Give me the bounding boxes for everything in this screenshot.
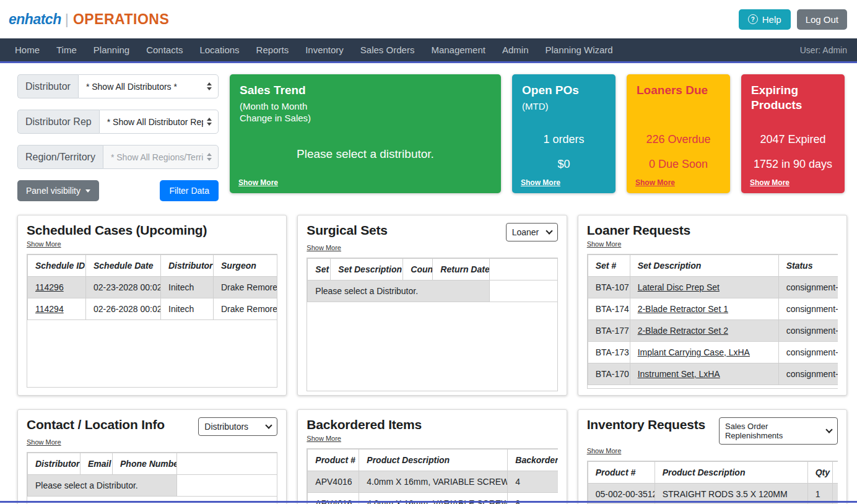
filters-panel: Distributor * Show All Distributors * Di…	[17, 74, 219, 201]
col-schedule-date: Schedule Date	[86, 255, 161, 277]
schedule-date-cell: 02-23-2028 00:02	[86, 277, 161, 298]
distributor-filter-label: Distributor	[17, 74, 78, 98]
nav-item-planning[interactable]: Planning	[94, 45, 129, 55]
backordered-qty-cell: 4	[508, 471, 558, 493]
set-number-cell: BTA-174	[588, 298, 630, 320]
logo-divider: |	[65, 11, 69, 28]
inventory-requests-type-value: Sales Order Replenishments	[725, 422, 820, 440]
panel-visibility-button[interactable]: Panel visibility	[17, 180, 99, 201]
schedule-date-cell: 02-26-2028 00:02	[86, 298, 161, 320]
backordered-items-panel: Backordered Items Show More Product # Pr…	[297, 409, 567, 504]
nav-item-time[interactable]: Time	[56, 45, 77, 55]
nav-item-reports[interactable]: Reports	[256, 45, 289, 55]
distributor-select[interactable]: * Show All Distributors *	[78, 74, 219, 98]
table-header-row: Product # Product Description Qty S	[588, 462, 838, 484]
nav-item-management[interactable]: Management	[431, 45, 485, 55]
nav-item-locations[interactable]: Locations	[199, 45, 239, 55]
col-set-description: Set Description	[630, 255, 778, 277]
status-cell: consignment-pr	[778, 363, 838, 385]
open-pos-orders-count: 1 orders	[512, 133, 616, 146]
col-distributor: Distributor	[161, 255, 214, 277]
product-description-cell: 4.0mm X 16mm, VARIABLE SCREW	[359, 471, 508, 493]
bottom-edge-line	[0, 501, 857, 503]
chevron-down-icon	[85, 189, 90, 193]
surgical-sets-show-more-link[interactable]: Show More	[307, 244, 341, 251]
select-distributor-message: Please select a Distributor.	[308, 280, 490, 302]
region-select-value: * Show All Regions/Territ	[111, 152, 203, 162]
open-pos-amount: $0	[512, 158, 616, 171]
inventory-requests-title: Inventory Requests	[587, 417, 705, 432]
product-number-cell: APV4016	[308, 471, 359, 493]
col-set-description: Set Description	[331, 259, 403, 280]
distributor-cell: Initech	[161, 298, 214, 320]
chevron-down-icon	[546, 227, 552, 234]
expiring-products-show-more-link[interactable]: Show More	[750, 178, 790, 187]
table-header-row: Set Set Description Count Return Date	[308, 259, 558, 280]
col-status: Status	[778, 255, 838, 277]
backordered-items-show-more-link[interactable]: Show More	[307, 435, 341, 442]
col-distributor: Distributor	[28, 453, 80, 475]
open-pos-show-more-link[interactable]: Show More	[521, 178, 560, 187]
distributor-cell: Initech	[161, 277, 214, 298]
set-description-link[interactable]: Instrument Set, LxHA	[638, 369, 720, 379]
help-button[interactable]: ? Help	[739, 9, 791, 30]
schedule-id-link[interactable]: 114294	[35, 304, 64, 314]
nav-item-admin[interactable]: Admin	[502, 45, 529, 55]
updown-caret-icon	[207, 118, 212, 126]
status-cell: consignment-pr	[778, 298, 838, 320]
loaner-requests-show-more-link[interactable]: Show More	[587, 240, 622, 248]
inventory-requests-type-select[interactable]: Sales Order Replenishments	[719, 417, 838, 445]
loaners-due-show-more-link[interactable]: Show More	[635, 178, 675, 187]
header-actions: ? Help Log Out	[739, 9, 847, 30]
set-number-cell: BTA-107	[588, 277, 630, 298]
nav-item-contacts[interactable]: Contacts	[146, 45, 183, 55]
contact-location-title: Contact / Location Info	[27, 417, 165, 432]
nav-item-planning-wizard[interactable]: Planning Wizard	[545, 45, 612, 55]
region-filter-label: Region/Territory	[17, 145, 103, 169]
region-select[interactable]: * Show All Regions/Territ	[103, 145, 219, 169]
set-description-link[interactable]: Implant Carrying Case, LxHA	[638, 347, 750, 357]
sales-trend-title: Sales Trend	[240, 83, 491, 98]
distributor-rep-select[interactable]: * Show All Distributor Rep	[99, 110, 219, 134]
contact-location-show-more-link[interactable]: Show More	[27, 438, 61, 446]
filter-data-button[interactable]: Filter Data	[160, 180, 219, 201]
distributor-rep-select-value: * Show All Distributor Rep	[107, 117, 203, 127]
table-row: BTA-107 Lateral Disc Prep Set consignmen…	[588, 277, 838, 298]
col-return-date: Return Date	[433, 259, 490, 280]
main-content: Distributor * Show All Distributors * Di…	[0, 63, 857, 504]
set-description-link[interactable]: Lateral Disc Prep Set	[638, 282, 720, 292]
surgeon-cell: Drake Remoreau	[214, 298, 278, 320]
expired-count: 2047 Expired	[741, 133, 845, 146]
col-product-description: Product Description	[359, 450, 508, 471]
contact-location-type-select[interactable]: Distributors	[198, 417, 277, 436]
help-icon: ?	[748, 14, 758, 24]
panel-visibility-label: Panel visibility	[26, 186, 80, 196]
table-header-row: Product # Product Description Backordere	[308, 450, 558, 471]
col-count: Count	[403, 259, 433, 280]
scheduled-cases-show-more-link[interactable]: Show More	[27, 240, 61, 248]
backordered-items-title: Backordered Items	[307, 417, 557, 432]
app-logo: enhatch | OPERATIONS	[9, 11, 169, 28]
inventory-requests-panel: Inventory Requests Sales Order Replenish…	[578, 409, 847, 504]
col-phone-number: Phone Number	[113, 453, 177, 475]
nav-item-inventory[interactable]: Inventory	[305, 45, 344, 55]
nav-item-home[interactable]: Home	[15, 45, 40, 55]
scheduled-cases-title: Scheduled Cases (Upcoming)	[27, 223, 277, 238]
col-backordered: Backordere	[508, 450, 558, 471]
set-description-link[interactable]: 2-Blade Retractor Set 1	[638, 304, 728, 314]
logout-button[interactable]: Log Out	[797, 9, 847, 30]
table-row: Please select a Distributor.	[28, 475, 278, 497]
set-description-link[interactable]: 2-Blade Retractor Set 2	[638, 326, 728, 336]
distributor-select-value: * Show All Distributors *	[86, 82, 177, 92]
table-row: BTA-177 2-Blade Retractor Set 2 consignm…	[588, 320, 838, 342]
inventory-requests-show-more-link[interactable]: Show More	[587, 447, 622, 454]
table-row: 114294 02-26-2028 00:02 Initech Drake Re…	[28, 298, 278, 320]
loaner-requests-panel: Loaner Requests Show More Set # Set Desc…	[578, 215, 847, 396]
col-schedule-id: Schedule ID	[28, 255, 86, 277]
nav-item-sales-orders[interactable]: Sales Orders	[360, 45, 415, 55]
updown-caret-icon	[207, 82, 212, 90]
sales-trend-show-more-link[interactable]: Show More	[238, 178, 278, 187]
loaners-due-soon-count: 0 Due Soon	[627, 158, 730, 171]
schedule-id-link[interactable]: 114296	[35, 282, 64, 292]
surgical-sets-type-select[interactable]: Loaner	[506, 223, 558, 241]
